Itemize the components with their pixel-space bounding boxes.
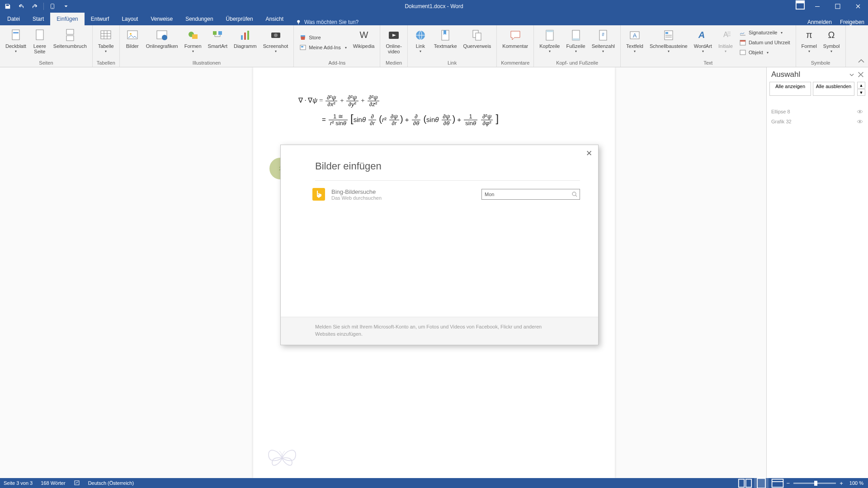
visibility-toggle[interactable] xyxy=(856,108,863,115)
table-button[interactable]: Tabelle▾ xyxy=(95,27,117,58)
bing-search-box[interactable] xyxy=(481,189,580,200)
signin-link[interactable]: Anmelden xyxy=(807,19,832,25)
screenshot-button[interactable]: Screenshot▾ xyxy=(260,27,291,58)
redo-button[interactable] xyxy=(29,1,41,11)
page-number-icon: # xyxy=(596,28,610,42)
tab-insert[interactable]: Einfügen xyxy=(50,13,84,25)
object-button[interactable]: Objekt▾ xyxy=(736,48,793,57)
pictures-button[interactable]: Bilder xyxy=(123,27,142,58)
selection-item[interactable]: Grafik 32 xyxy=(767,117,868,127)
zoom-in-button[interactable]: + xyxy=(840,480,843,487)
visibility-toggle[interactable] xyxy=(856,118,863,125)
zoom-slider[interactable] xyxy=(793,483,836,484)
group-label-symbols: Symbole xyxy=(811,60,830,67)
send-backward-button[interactable]: ▼ xyxy=(857,89,865,96)
hide-all-button[interactable]: Alle ausblenden xyxy=(813,82,854,96)
tell-me-search[interactable]: Was möchten Sie tun? xyxy=(290,19,359,25)
textbox-button[interactable]: ATextfeld▾ xyxy=(623,27,646,58)
smartart-icon xyxy=(210,28,225,42)
svg-rect-28 xyxy=(301,46,303,47)
shapes-button[interactable]: Formen▾ xyxy=(182,27,204,58)
status-word-count[interactable]: 168 Wörter xyxy=(41,480,65,486)
bookmark-button[interactable]: Textmarke xyxy=(431,27,460,58)
tab-design[interactable]: Entwurf xyxy=(85,13,116,25)
view-print-layout[interactable] xyxy=(754,478,769,488)
tab-view[interactable]: Ansicht xyxy=(259,13,290,25)
comment-button[interactable]: Kommentar xyxy=(500,27,531,58)
svg-text:A: A xyxy=(723,31,728,38)
cover-page-button[interactable]: Deckblatt▾ xyxy=(3,27,29,58)
equation-object[interactable]: ∇ · ∇ψ = ∂²ψ∂x² + ∂²ψ∂y² + ∂²ψ∂z² = 1 ≅r… xyxy=(298,94,570,127)
tab-references[interactable]: Verweise xyxy=(144,13,179,25)
close-button[interactable] xyxy=(848,0,868,13)
save-button[interactable] xyxy=(2,1,14,11)
quick-parts-button[interactable]: Schnellbausteine▾ xyxy=(647,27,690,58)
pane-close-button[interactable] xyxy=(857,71,864,78)
zoom-level[interactable]: 100 % xyxy=(849,480,863,486)
status-language[interactable]: Deutsch (Österreich) xyxy=(88,480,134,486)
wordart-button[interactable]: AWordArt▾ xyxy=(691,27,715,58)
bing-search-input[interactable] xyxy=(485,192,571,197)
smartart-button[interactable]: SmartArt xyxy=(205,27,230,58)
my-addins-button[interactable]: Meine Add-Ins▾ xyxy=(297,43,349,52)
view-read-mode[interactable] xyxy=(738,478,752,488)
bing-search-title[interactable]: Bing-Bildersuche xyxy=(331,188,382,195)
online-video-button[interactable]: Online- video xyxy=(383,27,404,58)
undo-button[interactable] xyxy=(15,1,27,11)
view-web-layout[interactable] xyxy=(770,478,785,488)
dialog-close-button[interactable]: ✕ xyxy=(584,148,594,159)
svg-rect-12 xyxy=(66,36,74,41)
hyperlink-button[interactable]: Link▾ xyxy=(410,27,430,58)
symbol-button[interactable]: ΩSymbol▾ xyxy=(821,27,843,58)
page-number-button[interactable]: #Seitenzahl▾ xyxy=(589,27,618,58)
svg-text:A: A xyxy=(633,32,637,39)
bring-forward-button[interactable]: ▲ xyxy=(857,82,865,89)
footer-button[interactable]: Fußzeile▾ xyxy=(563,27,588,58)
pane-options-button[interactable] xyxy=(848,71,855,78)
selection-item[interactable]: Ellipse 8 xyxy=(767,107,868,117)
equation-button[interactable]: πFormel▾ xyxy=(799,27,820,58)
online-pictures-button[interactable]: Onlinegrafiken xyxy=(143,27,181,58)
minimize-button[interactable] xyxy=(807,0,827,13)
dialog-signin-hint: Melden Sie sich mit Ihrem Microsoft-Kont… xyxy=(315,324,550,338)
footer-icon xyxy=(569,28,583,42)
qat-customize-button[interactable] xyxy=(60,1,72,11)
touch-mode-button[interactable] xyxy=(47,1,58,11)
chart-button[interactable]: Diagramm xyxy=(231,27,259,58)
show-all-button[interactable]: Alle anzeigen xyxy=(769,82,811,96)
signature-line-button[interactable]: Signaturzeile▾ xyxy=(736,28,793,37)
cross-reference-button[interactable]: Querverweis xyxy=(461,27,494,58)
svg-rect-5 xyxy=(835,4,840,9)
zoom-out-button[interactable]: − xyxy=(787,480,790,487)
svg-rect-63 xyxy=(745,479,751,487)
wordart-icon: A xyxy=(696,28,710,42)
blank-page-button[interactable]: Leere Seite xyxy=(30,27,50,58)
tab-file[interactable]: Datei xyxy=(1,13,26,25)
ribbon-display-options[interactable] xyxy=(795,0,805,10)
bing-icon xyxy=(312,188,325,201)
header-button[interactable]: Kopfzeile▾ xyxy=(537,27,562,58)
signature-line-icon xyxy=(739,29,746,36)
tab-layout[interactable]: Layout xyxy=(115,13,144,25)
svg-rect-38 xyxy=(572,38,580,40)
status-page[interactable]: Seite 3 von 3 xyxy=(4,480,33,486)
page-break-button[interactable]: Seitenumbruch xyxy=(51,27,90,58)
maximize-button[interactable] xyxy=(827,0,848,13)
wikipedia-button[interactable]: WWikipedia xyxy=(350,27,377,58)
quick-access-toolbar xyxy=(0,1,72,11)
collapse-ribbon-button[interactable] xyxy=(857,57,865,65)
svg-rect-53 xyxy=(740,40,745,42)
store-button[interactable]: Store xyxy=(297,33,349,42)
drop-cap-button[interactable]: AInitiale▾ xyxy=(716,27,736,58)
date-time-button[interactable]: Datum und Uhrzeit xyxy=(736,38,793,47)
svg-rect-35 xyxy=(546,30,553,40)
status-proofing-icon[interactable] xyxy=(74,479,80,487)
butterfly-graphic[interactable] xyxy=(266,440,298,473)
tab-review[interactable]: Überprüfen xyxy=(220,13,259,25)
svg-rect-4 xyxy=(815,6,820,7)
share-link[interactable]: Freigeben xyxy=(840,19,864,25)
tab-home[interactable]: Start xyxy=(26,13,50,25)
tab-mailings[interactable]: Sendungen xyxy=(179,13,219,25)
search-icon[interactable] xyxy=(571,191,578,197)
svg-point-58 xyxy=(859,121,861,122)
